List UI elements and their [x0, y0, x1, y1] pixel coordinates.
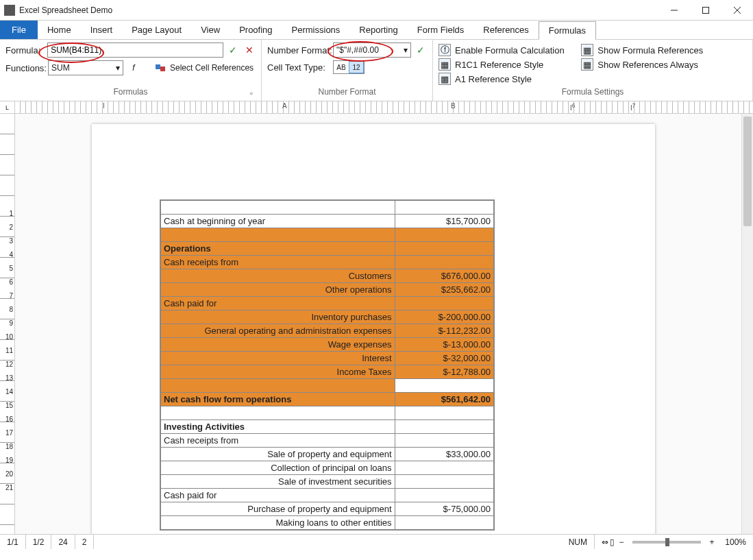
cell[interactable] — [395, 475, 493, 489]
cell[interactable]: $-32,000.00 — [395, 352, 493, 365]
menu-file[interactable]: File — [0, 21, 38, 39]
row-tick: 13 — [5, 374, 13, 382]
formula-accept-icon[interactable]: ✓ — [227, 44, 240, 56]
show-always-button[interactable]: ▦Show References Always — [581, 58, 713, 71]
menu-form-fields[interactable]: Form Fields — [408, 21, 474, 39]
fit-width-icon[interactable]: ⇔ — [602, 537, 608, 547]
cell[interactable]: Cash at beginning of year — [161, 215, 395, 228]
vertical-scrollbar[interactable] — [741, 114, 753, 534]
show-refs-button[interactable]: ▦Show Formula References — [581, 44, 713, 56]
cell[interactable] — [395, 461, 493, 475]
cell[interactable]: $-112,232.00 — [395, 324, 493, 338]
cell[interactable]: $561,642.00 — [395, 393, 493, 406]
row-tick: 11 — [5, 347, 13, 354]
cell[interactable]: Net cash flow form operations — [161, 393, 395, 406]
grid-icon: ▦ — [439, 58, 451, 71]
fx-icon[interactable]: f — [127, 62, 140, 74]
scrollbar-thumb[interactable] — [743, 117, 752, 226]
cell[interactable]: Other operations — [161, 283, 395, 297]
cell[interactable]: Cash paid for — [161, 297, 395, 311]
celltext-12-button[interactable]: 12 — [349, 61, 364, 73]
cell[interactable] — [395, 406, 493, 420]
menu-proofing[interactable]: Proofing — [230, 21, 282, 39]
close-button[interactable] — [721, 0, 753, 21]
cell[interactable]: $-13,000.00 — [395, 338, 493, 352]
zoom-slider[interactable] — [632, 541, 701, 544]
menu-page-layout[interactable]: Page Layout — [122, 21, 191, 39]
cell[interactable] — [395, 434, 493, 448]
cell[interactable] — [161, 379, 395, 393]
row-tick: 5 — [9, 265, 13, 272]
cell[interactable]: General operating and administration exp… — [161, 324, 395, 338]
cell[interactable]: $255,662.00 — [395, 283, 493, 297]
cell[interactable]: Cash paid for — [161, 489, 395, 502]
menu-formulas[interactable]: Formulas — [539, 21, 596, 40]
row-tick: 12 — [5, 361, 13, 368]
celltext-toggle[interactable]: AB 12 — [333, 60, 365, 74]
cell[interactable] — [395, 256, 493, 269]
numfmt-select[interactable]: "$"#,##0.00 ▾ — [333, 42, 411, 58]
cell[interactable]: $15,700.00 — [395, 215, 493, 228]
cell[interactable] — [395, 297, 493, 311]
maximize-button[interactable] — [690, 0, 721, 21]
cell[interactable]: Sale of property and equipment — [161, 448, 395, 461]
cell[interactable]: $-12,788.00 — [395, 365, 493, 379]
formula-cancel-icon[interactable]: ✕ — [243, 44, 256, 56]
zoom-in-button[interactable]: + — [706, 537, 717, 547]
cell[interactable]: Sale of investment securities — [161, 475, 395, 489]
zoom-out-button[interactable]: − — [616, 537, 627, 547]
spreadsheet[interactable]: Cash at beginning of year$15,700.00Opera… — [160, 199, 495, 531]
cell[interactable]: Purchase of property and equipment — [161, 502, 395, 516]
menu-view[interactable]: View — [191, 21, 230, 39]
cell[interactable]: Operations — [161, 242, 395, 256]
cell[interactable] — [395, 489, 493, 502]
cell[interactable]: Customers — [161, 269, 395, 283]
formula-input[interactable] — [47, 42, 223, 58]
grid-icon: ▦ — [439, 73, 451, 85]
cell[interactable]: Wage expenses — [161, 338, 395, 352]
menu-home[interactable]: Home — [38, 21, 81, 39]
cell[interactable]: Cash receipts from — [161, 256, 395, 269]
a1-button[interactable]: ▦A1 Reference Style — [439, 73, 574, 85]
celltext-ab-button[interactable]: AB — [334, 61, 349, 73]
status-col: 24 — [51, 535, 75, 549]
cell[interactable]: Investing Activities — [161, 420, 395, 434]
group-launcher-icon[interactable]: ▫ — [247, 88, 256, 97]
cell[interactable] — [395, 242, 493, 256]
status-pages: 1/1 — [0, 535, 26, 549]
row-tick: 6 — [9, 278, 13, 286]
cell[interactable] — [395, 379, 493, 393]
cell[interactable]: Cash receipts from — [161, 434, 395, 448]
fit-page-icon[interactable]: ▯ — [610, 537, 615, 547]
cell[interactable]: Making loans to other entities — [161, 516, 395, 530]
menu-references[interactable]: References — [473, 21, 538, 39]
cell[interactable]: Inventory purchases — [161, 311, 395, 324]
zoom-controls[interactable]: ⇔ ▯ − + 100% — [595, 535, 753, 549]
functions-select[interactable]: SUM ▾ — [48, 60, 123, 75]
menu-permissions[interactable]: Permissions — [282, 21, 350, 39]
menu-insert[interactable]: Insert — [81, 21, 123, 39]
select-cell-refs-button[interactable]: Select Cell References — [170, 63, 254, 73]
cell[interactable]: Collection of principal on loans — [161, 461, 395, 475]
cell[interactable]: $-75,000.00 — [395, 502, 493, 516]
numfmt-value: "$"#,##0.00 — [336, 45, 379, 55]
cell[interactable] — [161, 201, 395, 215]
menu-reporting[interactable]: Reporting — [349, 21, 407, 39]
cell[interactable] — [161, 228, 395, 242]
cell[interactable]: Income Taxes — [161, 365, 395, 379]
cell[interactable]: $33,000.00 — [395, 448, 493, 461]
cell[interactable]: Interest — [161, 352, 395, 365]
cell[interactable] — [395, 228, 493, 242]
numfmt-accept-icon[interactable]: ✓ — [415, 44, 427, 56]
minimize-button[interactable] — [658, 0, 690, 21]
canvas[interactable]: Cash at beginning of year$15,700.00Opera… — [15, 114, 753, 534]
cell[interactable] — [161, 406, 395, 420]
cell[interactable]: $-200,000.00 — [395, 311, 493, 324]
cell[interactable] — [395, 516, 493, 530]
enable-calc-button[interactable]: ⓕEnable Formula Calculation — [439, 44, 574, 56]
cell[interactable] — [395, 201, 493, 215]
cell[interactable]: $676,000.00 — [395, 269, 493, 283]
workarea: L 123456789101112131415161718192021 I A … — [0, 101, 753, 534]
cell[interactable] — [395, 420, 493, 434]
r1c1-button[interactable]: ▦R1C1 Reference Style — [439, 58, 574, 71]
